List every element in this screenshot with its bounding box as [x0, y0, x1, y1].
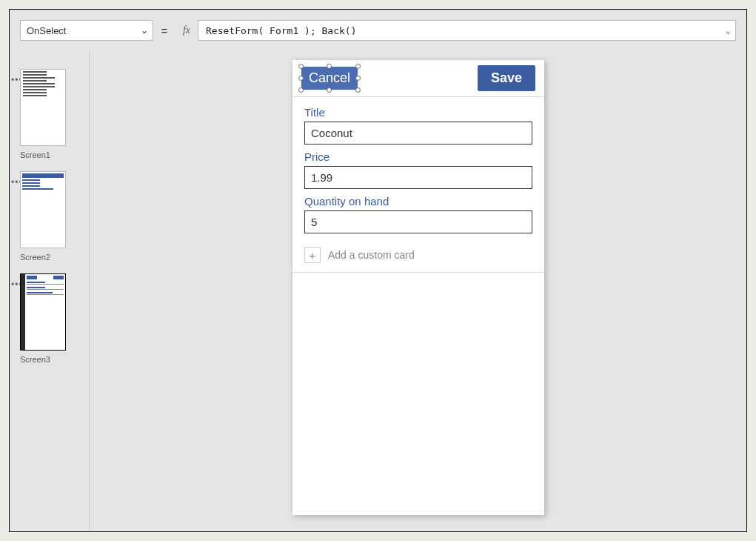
editor-area: ••• Screen1 •••: [10, 51, 746, 531]
screen-label: Screen3: [20, 355, 89, 364]
selection-handle[interactable]: [327, 87, 332, 93]
formula-input[interactable]: ResetForm( Form1 ); Back() ⌄: [198, 20, 736, 41]
add-card-label: Add a custom card: [328, 249, 415, 261]
screens-panel: ••• Screen1 •••: [10, 51, 90, 531]
field-label-price: Price: [304, 150, 532, 163]
save-button-label: Save: [491, 70, 522, 85]
cancel-button[interactable]: Cancel: [301, 67, 358, 90]
canvas-area[interactable]: Cancel Save Title: [90, 51, 746, 531]
selection-handle[interactable]: [298, 64, 304, 69]
app-frame: OnSelect ⌄ = fx ResetForm( Form1 ); Back…: [9, 9, 747, 532]
selection-handle[interactable]: [355, 64, 361, 69]
fx-icon[interactable]: fx: [175, 20, 198, 41]
chevron-down-icon[interactable]: ⌄: [726, 25, 731, 36]
title-field[interactable]: Coconut: [304, 122, 532, 145]
equals-sign: =: [153, 20, 175, 41]
app-screen: Cancel Save Title: [292, 60, 544, 515]
form-body: Title Coconut Price 1.99 Quantity on han…: [292, 97, 544, 273]
property-select-value: OnSelect: [27, 25, 66, 36]
selection-handle[interactable]: [298, 76, 304, 81]
chevron-down-icon: ⌄: [141, 25, 148, 36]
thumbnail-screen3[interactable]: [20, 273, 66, 351]
selection-handle[interactable]: [355, 76, 361, 81]
plus-icon: +: [304, 247, 321, 263]
thumbnail-screen2[interactable]: [20, 171, 66, 248]
selection-handle[interactable]: [355, 87, 361, 93]
screen-thumb[interactable]: ••• Screen1: [10, 69, 89, 159]
field-label-title: Title: [304, 106, 532, 119]
selection-handle[interactable]: [298, 87, 304, 93]
save-button[interactable]: Save: [478, 65, 535, 91]
app-header: Cancel Save: [292, 60, 544, 97]
quantity-field[interactable]: 5: [304, 210, 532, 233]
screen-thumb[interactable]: ••• Screen2: [10, 171, 89, 262]
screen-label: Screen2: [20, 253, 89, 262]
add-custom-card[interactable]: + Add a custom card: [304, 247, 532, 263]
cancel-button-label: Cancel: [309, 70, 350, 85]
property-select[interactable]: OnSelect ⌄: [20, 20, 153, 41]
thumbnail-screen1[interactable]: [20, 69, 66, 146]
selection-handle[interactable]: [327, 64, 332, 69]
screen-label: Screen1: [20, 150, 89, 159]
formula-bar: OnSelect ⌄ = fx ResetForm( Form1 ); Back…: [20, 20, 736, 41]
formula-text: ResetForm( Form1 ); Back(): [206, 25, 357, 36]
price-field[interactable]: 1.99: [304, 166, 532, 189]
field-label-quantity: Quantity on hand: [304, 195, 532, 208]
screen-thumb[interactable]: ••• Screen3: [10, 273, 89, 364]
